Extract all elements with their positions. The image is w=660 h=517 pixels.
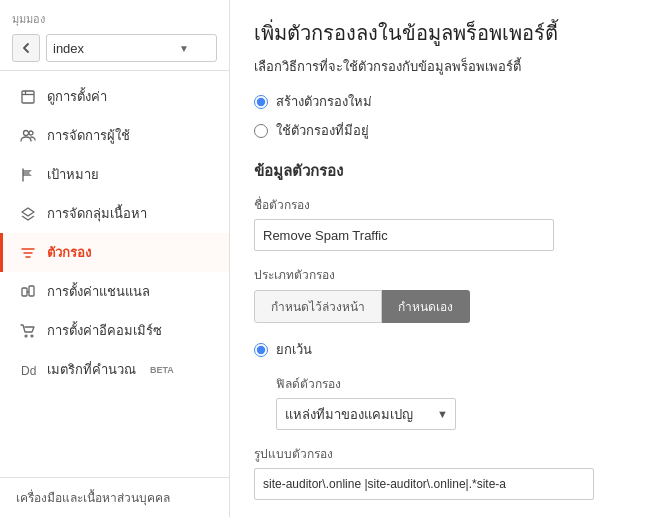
radio-existing-filter[interactable]: ใช้ตัวกรองที่มีอยู่ <box>254 120 636 141</box>
sidebar-nav: ดูการตั้งค่า การจัดการผู้ใช้ <box>0 71 229 477</box>
settings-icon <box>19 88 37 106</box>
exclude-radio-wrap[interactable]: ยกเว้น <box>254 339 636 360</box>
beta-badge: BETA <box>150 365 174 375</box>
view-label: มุมมอง <box>12 10 217 28</box>
filter-icon <box>19 244 37 262</box>
svg-point-8 <box>25 335 27 337</box>
filter-type-tabs: กำหนดไว้ล่วงหน้า กำหนดเอง <box>254 290 636 323</box>
view-select[interactable]: index <box>46 34 217 62</box>
radio-new-label: สร้างตัวกรองใหม่ <box>276 91 372 112</box>
filter-name-input[interactable] <box>254 219 554 251</box>
filter-type-label: ประเภทตัวกรอง <box>254 265 636 284</box>
channel-icon <box>19 283 37 301</box>
svg-point-3 <box>24 130 29 135</box>
filter-field-select-wrap: แหล่งที่มาของแคมเปญ ▼ <box>276 398 456 430</box>
view-select-wrap: index ▼ <box>12 34 217 62</box>
svg-rect-6 <box>29 286 34 296</box>
calculated-metrics-label: เมตริกที่คำนวณ <box>47 359 136 380</box>
filter-pattern-input[interactable] <box>254 468 594 500</box>
filter-name-label: ชื่อตัวกรอง <box>254 195 636 214</box>
radio-new-filter[interactable]: สร้างตัวกรองใหม่ <box>254 91 636 112</box>
filter-field-select[interactable]: แหล่งที่มาของแคมเปญ <box>276 398 456 430</box>
tab-predefined[interactable]: กำหนดไว้ล่วงหน้า <box>254 290 382 323</box>
ecommerce-label: การตั้งค่าอีคอมเมิร์ซ <box>47 320 162 341</box>
exclude-radio-input[interactable] <box>254 343 268 357</box>
section-subtitle: เลือกวิธีการที่จะใช้ตัวกรองกับข้อมูลพร็อ… <box>254 56 636 77</box>
sidebar-item-users[interactable]: การจัดการผู้ใช้ <box>0 116 229 155</box>
sidebar-footer[interactable]: เครื่องมือและเนื้อหาส่วนบุคคล <box>0 477 229 517</box>
content-groups-label: การจัดกลุ่มเนื้อหา <box>47 203 147 224</box>
settings-label: ดูการตั้งค่า <box>47 86 107 107</box>
filter-pattern-label: รูปแบบตัวกรอง <box>254 444 636 463</box>
main-content: เพิ่มตัวกรองลงในข้อมูลพร็อพเพอร์ตี้ เลือ… <box>230 0 660 517</box>
page-title: เพิ่มตัวกรองลงในข้อมูลพร็อพเพอร์ตี้ <box>254 20 636 46</box>
channel-settings-label: การตั้งค่าแชนแนล <box>47 281 150 302</box>
sidebar-item-filters[interactable]: ตัวกรอง <box>0 233 229 272</box>
filter-info-section: ข้อมูลตัวกรอง ชื่อตัวกรอง ประเภทตัวกรอง … <box>254 159 636 500</box>
radio-existing-label: ใช้ตัวกรองที่มีอยู่ <box>276 120 369 141</box>
sidebar-item-settings[interactable]: ดูการตั้งค่า <box>0 77 229 116</box>
goals-label: เป้าหมาย <box>47 164 99 185</box>
radio-existing-input[interactable] <box>254 124 268 138</box>
flag-icon <box>19 166 37 184</box>
svg-point-9 <box>31 335 33 337</box>
tab-custom[interactable]: กำหนดเอง <box>382 290 470 323</box>
svg-point-4 <box>29 131 33 135</box>
sidebar-item-ecommerce[interactable]: การตั้งค่าอีคอมเมิร์ซ <box>0 311 229 350</box>
radio-new-input[interactable] <box>254 95 268 109</box>
sidebar-item-channel-settings[interactable]: การตั้งค่าแชนแนล <box>0 272 229 311</box>
metrics-icon: Dd <box>19 361 37 379</box>
svg-rect-0 <box>22 91 34 103</box>
sidebar: มุมมอง index ▼ ดูการตั้งค่า <box>0 0 230 517</box>
svg-rect-5 <box>22 288 27 296</box>
sidebar-top: มุมมอง index ▼ <box>0 0 229 71</box>
filter-info-title: ข้อมูลตัวกรอง <box>254 159 636 183</box>
back-button[interactable] <box>12 34 40 62</box>
filter-method-radio-group: สร้างตัวกรองใหม่ ใช้ตัวกรองที่มีอยู่ <box>254 91 636 141</box>
sidebar-item-calculated-metrics[interactable]: Dd เมตริกที่คำนวณ BETA <box>0 350 229 389</box>
exclude-label: ยกเว้น <box>276 339 312 360</box>
users-icon <box>19 127 37 145</box>
sidebar-item-content-groups[interactable]: การจัดกลุ่มเนื้อหา <box>0 194 229 233</box>
content-icon <box>19 205 37 223</box>
filters-label: ตัวกรอง <box>47 242 91 263</box>
filter-field-label: ฟิลด์ตัวกรอง <box>276 374 636 393</box>
sidebar-item-goals[interactable]: เป้าหมาย <box>0 155 229 194</box>
svg-text:Dd: Dd <box>21 364 36 378</box>
footer-label: เครื่องมือและเนื้อหาส่วนบุคคล <box>16 491 170 505</box>
ecommerce-icon <box>19 322 37 340</box>
users-label: การจัดการผู้ใช้ <box>47 125 130 146</box>
